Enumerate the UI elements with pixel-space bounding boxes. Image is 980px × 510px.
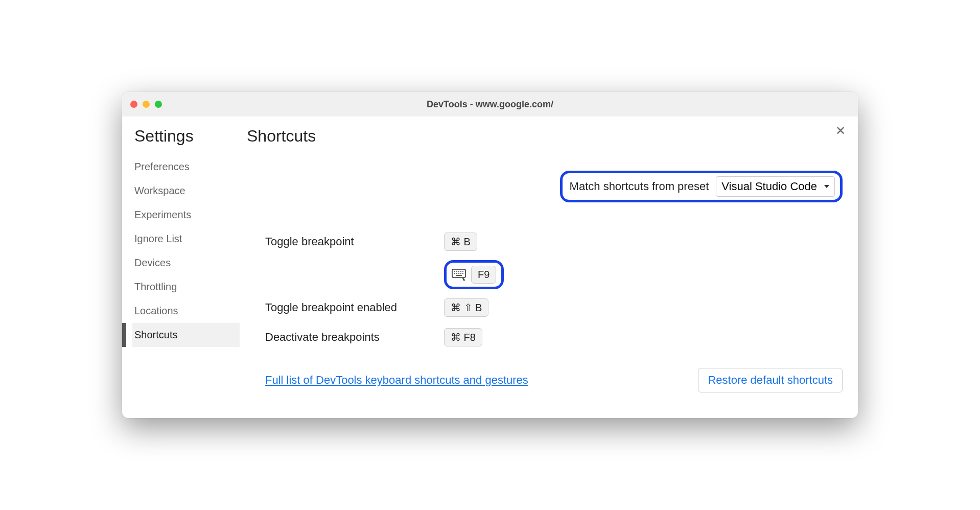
preset-label: Match shortcuts from preset [570,180,709,193]
devtools-settings-window: DevTools - www.google.com/ ✕ Settings Pr… [122,92,858,418]
keyboard-icon [452,269,466,281]
sidebar-item-throttling[interactable]: Throttling [132,275,240,299]
settings-sidebar: Settings Preferences Workspace Experimen… [122,117,240,418]
sidebar-item-locations[interactable]: Locations [132,299,240,323]
shortcut-keys-cell: ⌘ F8 [444,328,482,346]
main-panel: Shortcuts Match shortcuts from preset Vi… [240,117,858,418]
sidebar-title: Settings [132,127,240,146]
shortcut-row-toggle-breakpoint-enabled: Toggle breakpoint enabled ⌘ ⇧ B [265,296,843,319]
close-icon[interactable]: ✕ [835,125,846,137]
traffic-lights [130,101,162,108]
keyboard-shortcut: ⌘ ⇧ B [444,298,488,317]
sidebar-item-workspace[interactable]: Workspace [132,179,240,203]
sidebar-item-label: Experiments [134,209,191,220]
shortcut-highlight: F9 [444,260,504,289]
sidebar-item-label: Throttling [134,281,177,292]
divider [247,150,843,150]
sidebar-item-label: Shortcuts [134,329,177,340]
sidebar-item-devices[interactable]: Devices [132,251,240,275]
keyboard-shortcut: ⌘ B [444,233,477,251]
sidebar-item-label: Ignore List [134,233,182,244]
shortcut-row-deactivate-breakpoints: Deactivate breakpoints ⌘ F8 [265,326,843,349]
caret-down-icon [824,185,829,188]
sidebar-item-shortcuts[interactable]: Shortcuts [132,323,240,347]
footer-row: Full list of DevTools keyboard shortcuts… [247,368,843,392]
shortcut-row-f9: F9 [265,260,843,289]
sidebar-item-label: Preferences [134,161,190,172]
shortcut-keys-cell: ⌘ B [444,233,477,251]
sidebar-item-label: Locations [134,305,178,316]
shortcut-label: Deactivate breakpoints [265,331,444,344]
sidebar-item-label: Workspace [134,185,185,196]
shortcut-list: Toggle breakpoint ⌘ B [247,230,843,349]
shortcut-keys-cell: ⌘ ⇧ B [444,298,488,317]
sidebar-item-ignore-list[interactable]: Ignore List [132,227,240,251]
shortcut-label: Toggle breakpoint enabled [265,301,444,314]
window-close-button[interactable] [130,101,137,108]
shortcut-row-toggle-breakpoint: Toggle breakpoint ⌘ B [265,230,843,253]
window-minimize-button[interactable] [143,101,150,108]
preset-highlight: Match shortcuts from preset Visual Studi… [560,171,843,202]
sidebar-item-experiments[interactable]: Experiments [132,203,240,227]
sidebar-item-preferences[interactable]: Preferences [132,155,240,179]
keyboard-shortcut: ⌘ F8 [444,328,482,346]
page-title: Shortcuts [247,127,843,146]
shortcut-keys-cell: F9 [444,260,504,289]
window-maximize-button[interactable] [155,101,162,108]
window-titlebar: DevTools - www.google.com/ [122,92,858,117]
restore-defaults-button[interactable]: Restore default shortcuts [698,368,843,392]
content-area: ✕ Settings Preferences Workspace Experim… [122,117,858,418]
sidebar-item-label: Devices [134,257,171,268]
preset-row: Match shortcuts from preset Visual Studi… [247,171,843,202]
full-shortcuts-link[interactable]: Full list of DevTools keyboard shortcuts… [265,374,528,387]
shortcut-label: Toggle breakpoint [265,235,444,248]
preset-selected-value: Visual Studio Code [721,180,817,193]
keyboard-shortcut: F9 [471,266,496,284]
preset-select[interactable]: Visual Studio Code [716,176,835,197]
window-title: DevTools - www.google.com/ [427,99,553,110]
